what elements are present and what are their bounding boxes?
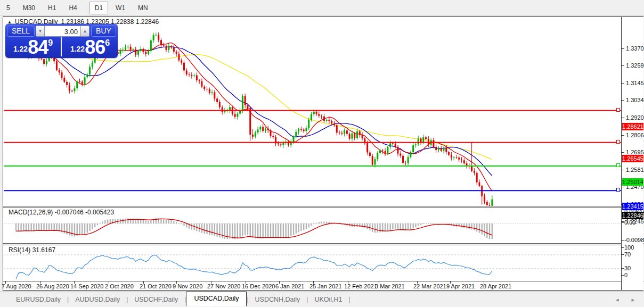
volume-decrease-button[interactable]: ▼ (36, 26, 45, 37)
rsi-line (16, 255, 492, 279)
timeframe-button-h4[interactable]: H4 (63, 2, 82, 14)
macd-histogram-bar (148, 221, 149, 223)
candle-body (458, 157, 460, 160)
macd-histogram-bar (486, 223, 487, 238)
tab-usdchf-daily[interactable]: USDCHF,Daily (128, 294, 184, 305)
macd-histogram-bar (209, 223, 210, 235)
rsi-axis-label: 30 (624, 265, 631, 271)
candle-body (89, 67, 91, 74)
bid-price-pip: 9 (48, 38, 53, 55)
candle-body (166, 46, 167, 50)
tabs-scroll-left-icon[interactable]: ◂ (616, 296, 619, 303)
macd-histogram-bar (316, 223, 317, 223)
macd-histogram-bar (402, 223, 403, 230)
date-label: 27 Nov 2020 (207, 283, 240, 289)
candle-body (135, 49, 136, 55)
candle-body (491, 200, 493, 206)
candle-body (206, 89, 208, 89)
candle-body (323, 117, 325, 121)
candle-body (148, 51, 149, 54)
candle-body (372, 156, 373, 164)
macd-histogram-bar (178, 223, 180, 223)
candle-body (433, 140, 434, 147)
macd-histogram-bar (319, 222, 320, 223)
macd-histogram-bar (36, 223, 37, 230)
candle-body (405, 163, 406, 163)
candle-body (328, 120, 330, 121)
candle-body (76, 81, 78, 88)
macd-histogram-bar (222, 223, 223, 238)
buy-button[interactable]: BUY (91, 26, 116, 37)
macd-histogram-bar (41, 223, 42, 230)
bid-price-prefix: 1.22 (13, 45, 28, 55)
candle-body (422, 137, 424, 142)
candle-body (316, 112, 317, 114)
candle-body (298, 129, 299, 132)
tabs-scroll-right-icon[interactable]: ▸ (631, 296, 634, 303)
level-endpoint-marker (616, 163, 620, 167)
timeframe-button-d1[interactable]: D1 (89, 2, 108, 14)
tab-usdcad-daily[interactable]: USDCAD,Daily (186, 292, 247, 306)
price-tick-dash (622, 170, 624, 170)
macd-histogram-bar (323, 222, 324, 223)
candle-body (74, 88, 75, 91)
macd-histogram-bar (97, 223, 98, 225)
date-label: 2 Oct 2020 (105, 283, 134, 289)
candle-body (339, 132, 340, 133)
date-axis: 7 Aug 202026 Aug 202014 Sep 20202 Oct 20… (4, 281, 621, 290)
macd-histogram-bar (38, 223, 39, 230)
macd-histogram-bar (293, 223, 294, 235)
volume-increase-button[interactable]: ▲ (80, 26, 89, 37)
volume-input[interactable]: 3.00 (45, 26, 80, 37)
macd-histogram-bar (232, 223, 233, 239)
timeframe-button-m30[interactable]: M30 (18, 2, 40, 14)
candle-body (478, 182, 480, 186)
macd-histogram-bar (283, 223, 284, 238)
macd-histogram-bar (471, 223, 472, 230)
candle-body (191, 75, 192, 76)
macd-histogram-bar (366, 223, 368, 229)
timeframe-button-h1[interactable]: H1 (43, 2, 61, 14)
candle-body (359, 131, 361, 135)
candle-body (374, 159, 376, 164)
timeframe-button-w1[interactable]: W1 (110, 2, 131, 14)
timeframe-button-5[interactable]: 5 (1, 2, 15, 14)
candle-body (420, 138, 422, 142)
macd-histogram-bar (418, 223, 419, 226)
macd-histogram-bar (303, 223, 304, 230)
candle-body (130, 47, 132, 50)
macd-histogram-bar (321, 222, 322, 223)
timeframe-button-mn[interactable]: MN (133, 2, 153, 14)
price-axis[interactable]: 1.337001.325901.314501.303401.292001.280… (622, 17, 643, 290)
candle-body (418, 138, 419, 144)
tab-ukoil-h1[interactable]: UKOil,H1 (308, 294, 348, 305)
candle-body (486, 202, 488, 205)
macd-histogram-bar (410, 223, 411, 230)
macd-histogram-bar (415, 223, 416, 227)
tab-eurusd-daily[interactable]: EURUSD,Daily (10, 294, 67, 305)
candle-body (257, 129, 259, 132)
candle-body (295, 132, 297, 137)
sell-button[interactable]: SELL (7, 26, 35, 37)
price-tick-dash (622, 48, 624, 49)
candle-body (369, 153, 371, 156)
candle-body (412, 145, 414, 152)
bid-price[interactable]: 1.22849 (5, 37, 61, 57)
candle-body (474, 171, 475, 173)
candle-body (311, 114, 312, 120)
macd-histogram-bar (270, 223, 271, 237)
rsi-axis-label: 0 (624, 272, 627, 278)
tab-audusd-daily[interactable]: AUDUSD,Daily (69, 294, 126, 305)
chart-macd-divider[interactable] (3, 206, 644, 208)
candle-body (395, 144, 396, 147)
candle-body (461, 160, 462, 161)
candle-body (84, 77, 86, 84)
tab-usdcnh-daily[interactable]: USDCNH,Daily (249, 294, 307, 305)
macd-histogram-bar (20, 223, 21, 230)
candle-body (132, 49, 134, 50)
candle-body (122, 50, 124, 51)
candle-body (331, 121, 332, 123)
macd-rsi-divider[interactable] (3, 243, 644, 245)
candle-body (428, 139, 429, 145)
ask-price[interactable]: 1.22866 (62, 37, 118, 57)
